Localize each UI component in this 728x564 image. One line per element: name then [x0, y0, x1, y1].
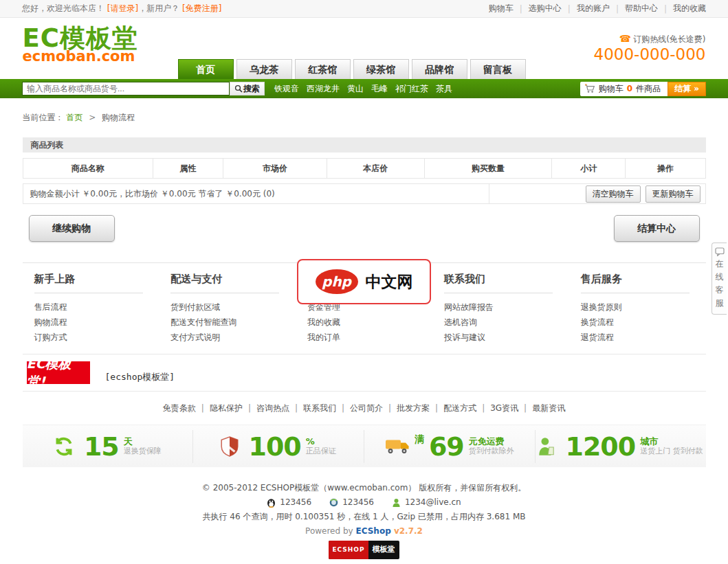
- welcome-area: 您好，欢迎光临本店！ [请登录]，新用户？ [免费注册]: [22, 3, 221, 14]
- search-button[interactable]: 搜索: [230, 82, 265, 95]
- keyword-link[interactable]: 祁门红茶: [395, 83, 428, 95]
- help-link[interactable]: 换货流程: [581, 315, 706, 330]
- cart-summary-actions: 清空购物车 更新购物车: [489, 184, 705, 203]
- tab-green-tea[interactable]: 绿茶馆: [353, 59, 409, 79]
- footer-link[interactable]: 联系我们: [303, 403, 336, 413]
- search-input[interactable]: [22, 82, 230, 95]
- update-cart-button[interactable]: 更新购物车: [646, 185, 701, 203]
- member-icon: [538, 436, 555, 457]
- help-link[interactable]: 货到付款区域: [170, 300, 296, 315]
- checkout-center-button[interactable]: 结算中心: [614, 215, 700, 242]
- footer-link[interactable]: 咨询热点: [256, 403, 289, 413]
- cart-summary-row: 购物金额小计 ￥0.00元，比市场价 ￥0.00元 节省了 ￥0.00元 (0)…: [23, 183, 706, 204]
- help-link[interactable]: 订购方式: [34, 330, 159, 345]
- help-link[interactable]: 我的订单: [307, 330, 432, 345]
- powered-name[interactable]: ECShop: [355, 526, 390, 536]
- cart-table-header: 商品名称 属性 市场价 本店价 购买数量 小计 操作: [23, 158, 706, 179]
- feature-city-delivery: 1200 城市 送货上门 货到付款: [535, 430, 706, 463]
- help-link[interactable]: 支付方式说明: [170, 330, 296, 345]
- clear-cart-button[interactable]: 清空购物车: [586, 185, 641, 203]
- help-link[interactable]: 退换货原则: [581, 300, 706, 315]
- topbar-link-my-account[interactable]: 我的账户: [577, 3, 610, 14]
- breadcrumb-label: 当前位置：: [23, 113, 64, 122]
- separator: |: [568, 4, 571, 14]
- tab-home[interactable]: 首页: [178, 59, 234, 79]
- help-col-title: 新手上路: [34, 273, 159, 289]
- footer-link[interactable]: 免责条款: [163, 403, 196, 413]
- footer-link[interactable]: 3G资讯: [490, 403, 518, 413]
- cart-suffix: 件商品: [636, 83, 661, 95]
- help-link[interactable]: 我的收藏: [307, 315, 432, 330]
- help-col-title: 售后服务: [581, 273, 706, 289]
- help-col-contact: 联系我们 网站故障报告 选机咨询 投诉与建议: [432, 273, 569, 345]
- feature-unit: 元免运费: [469, 436, 514, 447]
- checkout-button[interactable]: 结算 »: [668, 82, 706, 96]
- cart-label: 购物车: [599, 83, 624, 95]
- topbar-link-cart[interactable]: 购物车: [489, 3, 514, 14]
- partner-badge[interactable]: EC模板堂!: [27, 361, 90, 384]
- service-char: 客: [716, 284, 724, 295]
- copyright-text: © 2005-2012 ECSHOP模板堂（www.ecmoban.com） 版…: [23, 481, 706, 495]
- tab-black-tea[interactable]: 红茶馆: [295, 59, 351, 79]
- keyword-link[interactable]: 毛峰: [371, 83, 388, 95]
- help-link[interactable]: 退货流程: [581, 330, 706, 345]
- feature-desc: 退换货保障: [124, 447, 162, 456]
- main-content: 商品列表 商品名称 属性 市场价 本店价 购买数量 小计 操作 购物金额小计 ￥…: [23, 137, 706, 559]
- qq-icon[interactable]: [267, 498, 276, 508]
- feature-number: 1200: [565, 433, 635, 460]
- help-link[interactable]: 售后流程: [34, 300, 159, 315]
- help-link[interactable]: 投诉与建议: [444, 330, 569, 345]
- separator: |: [616, 4, 619, 14]
- keyword-link[interactable]: 铁观音: [274, 83, 299, 95]
- topbar-link-help-center[interactable]: 帮助中心: [625, 3, 658, 14]
- continue-shopping-button[interactable]: 继续购物: [29, 215, 115, 242]
- topbar-link-favorites[interactable]: 我的收藏: [673, 3, 706, 14]
- feature-free-shipping: 满 69 元免运费 货到付款除外: [364, 430, 535, 463]
- msn-icon[interactable]: [329, 498, 338, 507]
- search-button-label: 搜索: [243, 83, 260, 95]
- site-header: EC模板堂 ecmoban.com 首页 乌龙茶 红茶馆 绿茶馆 品牌馆 留言板…: [23, 18, 706, 79]
- email-contact-icon[interactable]: [392, 498, 401, 508]
- col-quantity: 购买数量: [424, 159, 552, 178]
- site-logo[interactable]: EC模板堂 ecmoban.com: [23, 25, 138, 63]
- ecshop-badge[interactable]: ECSHOP 模板堂: [329, 541, 399, 559]
- breadcrumb-home-link[interactable]: 首页: [66, 113, 82, 122]
- footer-link[interactable]: 配送方式: [443, 403, 476, 413]
- footer-link[interactable]: 公司简介: [350, 403, 383, 413]
- help-link[interactable]: 网站故障报告: [444, 300, 569, 315]
- tab-message-board[interactable]: 留言板: [470, 59, 526, 79]
- separator: |: [388, 403, 391, 413]
- footer-link[interactable]: 隐私保护: [210, 403, 243, 413]
- hotline: ☎订购热线(免长途费) 4000-000-000: [594, 33, 706, 63]
- hot-keywords: 铁观音 西湖龙井 黄山 毛峰 祁门红茶 茶具: [274, 83, 452, 95]
- service-char: 服: [716, 297, 724, 308]
- help-link[interactable]: 购物流程: [34, 315, 159, 330]
- footer-link[interactable]: 批发方案: [397, 403, 430, 413]
- login-link[interactable]: [请登录]: [107, 3, 138, 13]
- register-link[interactable]: [免费注册]: [182, 3, 221, 13]
- powered-by: Powered by ECShop v2.7.2: [23, 524, 706, 539]
- mini-cart-status[interactable]: 购物车 0 件商品: [580, 82, 668, 96]
- col-attribute: 属性: [153, 159, 223, 178]
- online-service-tab[interactable]: 在 线 客 服: [712, 242, 727, 315]
- keyword-link[interactable]: 茶具: [436, 83, 452, 95]
- feature-prefix: 满: [415, 433, 424, 446]
- powered-version: v2.7.2: [391, 526, 423, 536]
- keyword-link[interactable]: 黄山: [347, 83, 364, 95]
- msn-number: 123456: [342, 495, 374, 510]
- feature-desc: 正品保证: [306, 447, 336, 456]
- footer-link[interactable]: 最新资讯: [532, 403, 565, 413]
- breadcrumb-current: 购物流程: [102, 113, 135, 122]
- feature-desc: 送货上门 货到付款: [640, 447, 703, 456]
- help-link[interactable]: 配送支付智能查询: [170, 315, 296, 330]
- keyword-link[interactable]: 西湖龙井: [307, 83, 340, 95]
- recycle-icon: [54, 436, 74, 457]
- tab-oolong-tea[interactable]: 乌龙茶: [236, 59, 292, 79]
- guarantee-strip: 15 天 退换货保障 100 % 正品保证 满 69 元免运费: [23, 425, 706, 467]
- help-link[interactable]: 选机咨询: [444, 315, 569, 330]
- shield-icon: [221, 436, 239, 457]
- tab-brands[interactable]: 品牌馆: [412, 59, 467, 79]
- topbar-link-shopping-center[interactable]: 选购中心: [529, 3, 562, 14]
- powered-prefix: Powered by: [305, 526, 355, 536]
- partner-banner: EC模板堂! [ecshop模板堂]: [23, 354, 706, 392]
